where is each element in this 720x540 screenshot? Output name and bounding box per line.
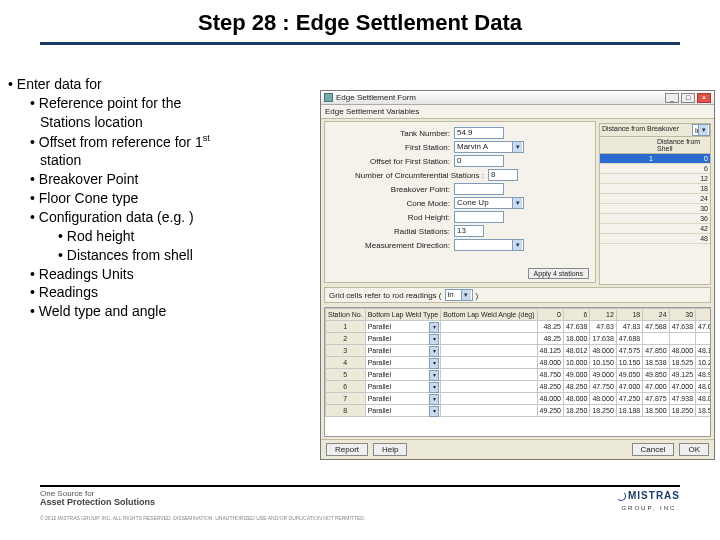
num-circ-input[interactable]: 8: [488, 169, 518, 181]
reading-cell[interactable]: 47.83: [616, 321, 642, 333]
weld-type-cell[interactable]: Parallel: [365, 393, 441, 405]
reading-cell[interactable]: 48.750: [537, 369, 563, 381]
reading-cell[interactable]: 47.688: [696, 321, 711, 333]
distance-row[interactable]: 24: [600, 194, 710, 204]
reading-cell[interactable]: 48.000: [669, 345, 695, 357]
reading-cell[interactable]: 18.250: [563, 405, 589, 417]
weld-angle-cell[interactable]: [441, 357, 537, 369]
cancel-button[interactable]: Cancel: [632, 443, 675, 456]
reading-cell[interactable]: 47.938: [669, 393, 695, 405]
reading-cell[interactable]: 49.250: [537, 405, 563, 417]
distance-row[interactable]: 18: [600, 184, 710, 194]
reading-cell[interactable]: 48.000: [537, 357, 563, 369]
meas-dir-select[interactable]: [454, 239, 524, 251]
reading-cell[interactable]: 49.850: [643, 369, 669, 381]
reading-cell[interactable]: 18.500: [643, 405, 669, 417]
reading-cell[interactable]: 47.000: [669, 381, 695, 393]
reading-cell[interactable]: 48.000: [563, 393, 589, 405]
reading-cell[interactable]: 47.638: [669, 321, 695, 333]
reading-cell[interactable]: [696, 333, 711, 345]
reading-cell[interactable]: 48.125: [696, 345, 711, 357]
reading-cell[interactable]: 10.150: [616, 357, 642, 369]
distance-row[interactable]: 10: [600, 154, 710, 164]
report-button[interactable]: Report: [326, 443, 368, 456]
table-row[interactable]: 8Parallel49.25018.25018.25018.18818.5001…: [326, 405, 712, 417]
reading-cell[interactable]: 49.125: [669, 369, 695, 381]
reading-cell[interactable]: 47.575: [616, 345, 642, 357]
weld-type-cell[interactable]: Parallel: [365, 357, 441, 369]
breakover-input[interactable]: [454, 183, 504, 195]
table-row[interactable]: 7Parallel48.00048.00048.00047.25047.8754…: [326, 393, 712, 405]
tank-number-input[interactable]: 54.9: [454, 127, 504, 139]
close-button[interactable]: ×: [697, 93, 711, 103]
reading-cell[interactable]: 47.850: [643, 345, 669, 357]
reading-cell[interactable]: 10.250: [696, 357, 711, 369]
reading-cell[interactable]: 47.875: [643, 393, 669, 405]
distance-row[interactable]: 12: [600, 174, 710, 184]
weld-angle-cell[interactable]: [441, 369, 537, 381]
weld-angle-cell[interactable]: [441, 381, 537, 393]
reading-cell[interactable]: 48.050: [696, 393, 711, 405]
table-row[interactable]: 3Parallel48.12548.01248.00047.57547.8504…: [326, 345, 712, 357]
reading-cell[interactable]: 18.250: [590, 405, 616, 417]
reading-cell[interactable]: 49.000: [563, 369, 589, 381]
radial-stations-input[interactable]: 13: [454, 225, 484, 237]
reading-cell[interactable]: 10.150: [590, 357, 616, 369]
reading-cell[interactable]: [669, 333, 695, 345]
weld-angle-cell[interactable]: [441, 405, 537, 417]
reading-cell[interactable]: 47.688: [616, 333, 642, 345]
table-row[interactable]: 1Parallel48.2547.63847.8347.8347.58847.6…: [326, 321, 712, 333]
distance-row[interactable]: 6: [600, 164, 710, 174]
reading-cell[interactable]: 48.062: [696, 381, 711, 393]
reading-cell[interactable]: 47.250: [616, 393, 642, 405]
maximize-button[interactable]: □: [681, 93, 695, 103]
table-row[interactable]: 2Parallel48.2518.00017.63847.688: [326, 333, 712, 345]
table-row[interactable]: 4Parallel48.00010.00010.15010.15018.5381…: [326, 357, 712, 369]
readings-table[interactable]: Station No.Bottom Lap Weld TypeBottom La…: [325, 308, 711, 417]
window-titlebar[interactable]: Edge Settlement Form _ □ ×: [321, 91, 714, 105]
rod-height-input[interactable]: [454, 211, 504, 223]
distance-row[interactable]: 48: [600, 234, 710, 244]
reading-cell[interactable]: 18.538: [643, 357, 669, 369]
reading-cell[interactable]: 47.000: [616, 381, 642, 393]
reading-cell[interactable]: 48.250: [563, 381, 589, 393]
distance-row[interactable]: 42: [600, 224, 710, 234]
table-row[interactable]: 6Parallel48.25048.25047.75047.00047.0004…: [326, 381, 712, 393]
reading-cell[interactable]: [643, 333, 669, 345]
reading-cell[interactable]: 18.562: [696, 405, 711, 417]
distance-row[interactable]: 36: [600, 214, 710, 224]
first-station-select[interactable]: Marvin A: [454, 141, 524, 153]
minimize-button[interactable]: _: [665, 93, 679, 103]
reading-cell[interactable]: 48.25: [537, 333, 563, 345]
reading-cell[interactable]: 17.638: [590, 333, 616, 345]
table-row[interactable]: 5Parallel48.75049.00049.00049.05049.8504…: [326, 369, 712, 381]
weld-type-cell[interactable]: Parallel: [365, 369, 441, 381]
readings-grid[interactable]: Station No.Bottom Lap Weld TypeBottom La…: [324, 307, 711, 437]
reading-cell[interactable]: 49.050: [616, 369, 642, 381]
offset-input[interactable]: 0: [454, 155, 504, 167]
weld-type-cell[interactable]: Parallel: [365, 345, 441, 357]
ok-button[interactable]: OK: [679, 443, 709, 456]
distance-row[interactable]: 30: [600, 204, 710, 214]
reading-cell[interactable]: 47.83: [590, 321, 616, 333]
reading-cell[interactable]: 48.25: [537, 321, 563, 333]
reading-cell[interactable]: 47.638: [563, 321, 589, 333]
weld-type-cell[interactable]: Parallel: [365, 381, 441, 393]
reading-cell[interactable]: 48.012: [563, 345, 589, 357]
reading-cell[interactable]: 47.000: [643, 381, 669, 393]
help-button[interactable]: Help: [373, 443, 407, 456]
weld-angle-cell[interactable]: [441, 345, 537, 357]
weld-angle-cell[interactable]: [441, 393, 537, 405]
reading-cell[interactable]: 18.000: [563, 333, 589, 345]
reading-cell[interactable]: 49.000: [590, 369, 616, 381]
units-select[interactable]: in: [445, 289, 473, 301]
reading-cell[interactable]: 10.000: [563, 357, 589, 369]
reading-cell[interactable]: 48.000: [590, 345, 616, 357]
weld-angle-cell[interactable]: [441, 333, 537, 345]
reading-cell[interactable]: 48.125: [537, 345, 563, 357]
weld-angle-cell[interactable]: [441, 321, 537, 333]
rp-unit-select[interactable]: in: [692, 124, 710, 136]
reading-cell[interactable]: 48.250: [537, 381, 563, 393]
weld-type-cell[interactable]: Parallel: [365, 321, 441, 333]
reading-cell[interactable]: 48.000: [537, 393, 563, 405]
